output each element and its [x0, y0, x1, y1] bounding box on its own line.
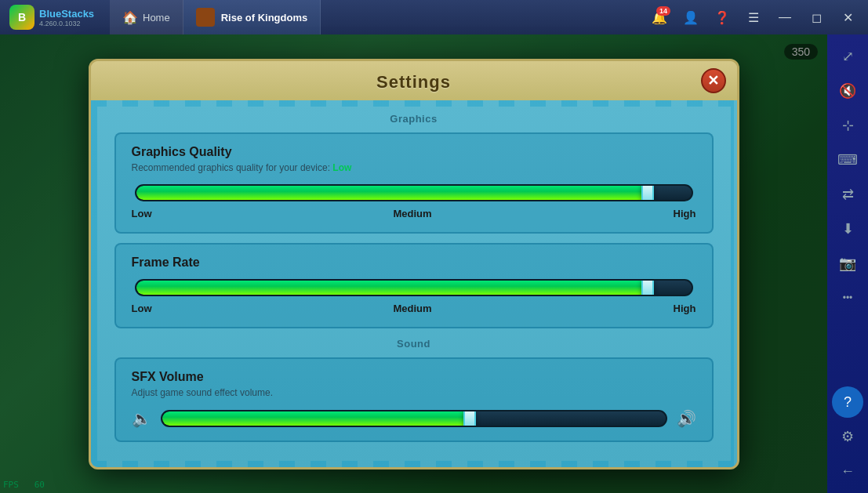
sfx-handle[interactable]: [463, 410, 476, 427]
frame-rate-handle[interactable]: [641, 279, 654, 296]
game-tab[interactable]: Rise of Kingdoms: [183, 0, 321, 34]
clipboard-sidebar-btn[interactable]: ⇄: [832, 179, 863, 210]
notification-button[interactable]: 🔔 14: [645, 3, 674, 31]
frame-rate-section: Frame Rate Low Medium High: [114, 243, 714, 328]
keyboard-sidebar-btn[interactable]: ⌨: [832, 144, 863, 176]
graphics-quality-labels: Low Medium High: [132, 208, 696, 219]
frame-rate-slider-container[interactable]: [132, 279, 696, 296]
graphics-quality-fill: [136, 186, 652, 200]
frame-rate-track[interactable]: [135, 279, 693, 296]
close-button[interactable]: ✕: [833, 3, 862, 31]
volume-sidebar-btn[interactable]: 🔇: [832, 75, 863, 107]
top-bar-right: 🔔 14 👤 ❓ ☰ — ◻ ✕: [645, 3, 868, 31]
graphics-label-low: Low: [132, 208, 152, 219]
graphics-quality-handle[interactable]: [641, 184, 654, 201]
top-bar: B BlueStacks 4.260.0.1032 🏠 Home Rise of…: [0, 0, 868, 34]
sfx-volume-title: SFX Volume: [132, 370, 696, 384]
home-tab-label: Home: [143, 12, 170, 24]
dialog-title: Settings: [376, 72, 451, 92]
help-button[interactable]: ❓: [708, 3, 736, 31]
volume-high-icon: 🔊: [677, 409, 696, 428]
expand-sidebar-btn[interactable]: ⤢: [832, 41, 863, 72]
right-sidebar: ⤢ 🔇 ⊹ ⌨ ⇄ ⬇ 📷 ••• ? ⚙ ←: [827, 34, 868, 493]
camera-sidebar-btn[interactable]: 📷: [832, 248, 863, 279]
dialog-header: Settings ✕: [91, 61, 737, 100]
home-tab[interactable]: 🏠 Home: [110, 0, 183, 34]
back-sidebar-btn[interactable]: ←: [832, 455, 863, 487]
select-sidebar-btn[interactable]: ⊹: [832, 110, 863, 141]
menu-button[interactable]: ☰: [739, 3, 768, 31]
more-sidebar-btn[interactable]: •••: [832, 282, 863, 314]
sfx-volume-subtitle: Adjust game sound effect volume.: [132, 387, 696, 398]
game-tab-label: Rise of Kingdoms: [221, 12, 308, 24]
graphics-label-medium: Medium: [393, 208, 431, 219]
graphics-quality-track[interactable]: [135, 184, 693, 201]
restore-button[interactable]: ◻: [802, 3, 830, 31]
sfx-fill: [162, 411, 474, 426]
frame-rate-fill: [136, 281, 652, 295]
bluestacks-logo: B BlueStacks 4.260.0.1032: [0, 5, 110, 30]
graphics-section-label: Graphics: [114, 113, 714, 125]
account-button[interactable]: 👤: [677, 3, 705, 31]
notification-badge: 14: [656, 6, 670, 16]
download-sidebar-btn[interactable]: ⬇: [832, 213, 863, 245]
settings-sidebar-btn[interactable]: ⚙: [832, 421, 863, 452]
game-tab-icon: [196, 8, 215, 27]
sound-section-label: Sound: [114, 338, 714, 350]
frame-rate-labels: Low Medium High: [132, 303, 696, 314]
graphics-quality-slider-container[interactable]: [132, 184, 696, 201]
frame-rate-label-high: High: [674, 303, 696, 314]
graphics-quality-subtitle: Recommended graphics quality for your de…: [132, 162, 696, 173]
dialog-close-button[interactable]: ✕: [701, 68, 726, 93]
app-version: 4.260.0.1032: [39, 20, 94, 27]
graphics-label-high: High: [674, 208, 696, 219]
home-icon: 🏠: [122, 10, 138, 25]
volume-low-icon: 🔈: [132, 409, 151, 428]
sfx-track[interactable]: [161, 410, 667, 427]
settings-dialog: Settings ✕ Graphics Graphics Quality Rec…: [89, 59, 739, 469]
graphics-quality-recommendation: Low: [332, 162, 351, 173]
frame-rate-title: Frame Rate: [132, 256, 696, 270]
logo-icon: B: [9, 5, 35, 30]
sfx-slider-container[interactable]: 🔈 🔊: [132, 409, 696, 428]
frame-rate-label-medium: Medium: [393, 303, 431, 314]
app-name: BlueStacks: [39, 8, 94, 20]
sfx-volume-section: SFX Volume Adjust game sound effect volu…: [114, 357, 714, 442]
dialog-content: Graphics Graphics Quality Recommended gr…: [91, 100, 737, 467]
graphics-quality-subtitle-prefix: Recommended graphics quality for your de…: [132, 162, 330, 173]
minimize-button[interactable]: —: [771, 3, 799, 31]
graphics-quality-section: Graphics Quality Recommended graphics qu…: [114, 132, 714, 234]
frame-rate-label-low: Low: [132, 303, 152, 314]
graphics-quality-title: Graphics Quality: [132, 145, 696, 159]
modal-overlay: Settings ✕ Graphics Graphics Quality Rec…: [0, 34, 827, 493]
help-sidebar-btn[interactable]: ?: [832, 386, 863, 418]
